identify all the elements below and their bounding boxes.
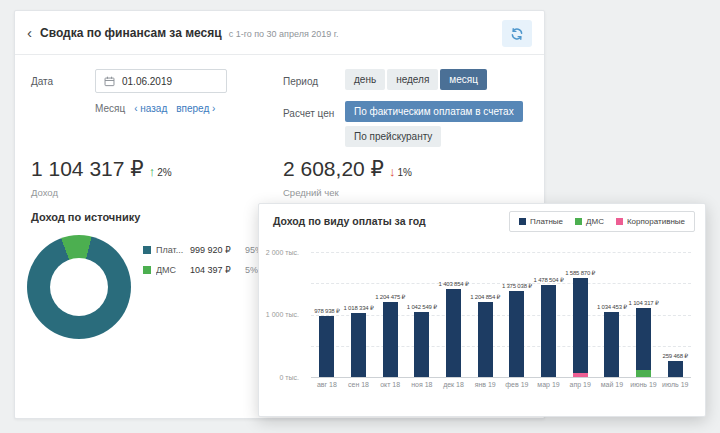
bar-value-label: 1 478 504 ₽ [534, 276, 564, 283]
bar-value-label: 1 403 854 ₽ [439, 280, 469, 287]
back-icon[interactable]: ‹ [27, 25, 32, 40]
x-axis-label: мар 19 [533, 381, 565, 388]
income-stat: 1 104 317 ₽ ↑ 2% Доход [31, 157, 172, 198]
bar-column[interactable]: 1 042 549 ₽ [406, 252, 438, 377]
x-axis-labels: авг 18сен 18окт 18ноя 18дек 18янв 19фев … [311, 381, 691, 388]
corporate-swatch-icon [616, 218, 623, 225]
bar-segment-paid [446, 289, 461, 377]
donut-chart[interactable] [27, 235, 131, 339]
bar-segment-paid [509, 291, 524, 377]
y-tick-label: 0 тыс. [279, 374, 299, 381]
bar-value-label: 1 034 453 ₽ [597, 303, 627, 310]
bar-segment-paid [383, 302, 398, 377]
bar-segment-paid [668, 361, 683, 377]
x-axis-label: дек 18 [438, 381, 470, 388]
bar-segment-paid [351, 313, 366, 377]
x-axis-label: авг 18 [311, 381, 343, 388]
paid-swatch-icon [519, 218, 526, 225]
legend-label: ДМС [156, 265, 190, 275]
bar-segment-corp [573, 373, 588, 377]
legend-item-dms[interactable]: ДМС [575, 217, 604, 226]
pricing-pricelist-button[interactable]: По прейскуранту [345, 126, 441, 147]
x-axis-label: фев 19 [501, 381, 533, 388]
card-header: ‹ Сводка по финансам за месяц с 1-го по … [15, 11, 544, 55]
bar-segment-paid [573, 278, 588, 373]
period-label: Период [283, 76, 318, 87]
month-forward-link[interactable]: вперед › [176, 103, 215, 114]
donut-hole [50, 258, 108, 316]
bar-plot: 978 938 ₽1 018 334 ₽1 204 475 ₽1 042 549… [311, 252, 691, 378]
period-week-button[interactable]: неделя [387, 69, 438, 90]
avg-check-stat: 2 608,20 ₽ ↓ 1% Средний чек [283, 157, 412, 198]
legend-value: 999 920 ₽ [190, 245, 245, 255]
dms-swatch-icon [143, 266, 151, 274]
bar-column[interactable]: 1 104 317 ₽ [628, 252, 660, 377]
x-axis-label: сен 18 [343, 381, 375, 388]
bar-value-label: 1 104 317 ₽ [629, 299, 659, 306]
x-axis-label: июль 19 [659, 381, 691, 388]
bar-value-label: 1 018 334 ₽ [344, 304, 374, 311]
bar-column[interactable]: 1 034 453 ₽ [596, 252, 628, 377]
bar-column[interactable]: 259 468 ₽ [659, 252, 691, 377]
income-value: 1 104 317 ₽ [31, 157, 144, 181]
calendar-icon [104, 76, 115, 87]
legend-item-label: Корпоративные [627, 217, 685, 226]
legend-item-label: Платные [530, 217, 563, 226]
period-toggle-group: день неделя месяц [345, 69, 487, 90]
bar-column[interactable]: 1 403 854 ₽ [438, 252, 470, 377]
yearly-chart-legend: Платные ДМС Корпоративные [509, 211, 695, 232]
avg-check-stat-label: Средний чек [283, 187, 412, 198]
y-axis-labels: 2 000 тыс. 1 000 тыс. 0 тыс. [259, 252, 305, 378]
page-subtitle: с 1-го по 30 апреля 2019 г. [229, 29, 339, 39]
bar-segment-paid [414, 312, 429, 377]
bar-segment-paid [604, 312, 619, 377]
bar-segment-paid [636, 308, 651, 370]
period-month-button[interactable]: месяц [440, 69, 487, 90]
legend-item-paid[interactable]: Платные [519, 217, 563, 226]
bar-column[interactable]: 1 018 334 ₽ [343, 252, 375, 377]
x-axis-label: окт 18 [374, 381, 406, 388]
period-day-button[interactable]: день [345, 69, 385, 90]
bar-column[interactable]: 1 478 504 ₽ [533, 252, 565, 377]
y-tick-label: 2 000 тыс. [266, 249, 299, 256]
bar-value-label: 259 468 ₽ [663, 352, 688, 359]
x-axis-label: май 19 [596, 381, 628, 388]
paid-swatch-icon [143, 246, 151, 254]
bar-segment-paid [319, 316, 334, 377]
month-nav-label: Месяц [95, 103, 125, 114]
income-by-source-title: Доход по источнику [31, 211, 140, 223]
legend-item-corporate[interactable]: Корпоративные [616, 217, 685, 226]
pricing-actual-payments-button[interactable]: По фактическим оплатам в счетах [345, 101, 523, 122]
legend-item-label: ДМС [586, 217, 604, 226]
income-change: 2% [157, 167, 171, 178]
avg-check-down-arrow-icon: ↓ [389, 164, 396, 179]
legend-label: Плат... [156, 245, 190, 255]
bar-column[interactable]: 1 585 870 ₽ [564, 252, 596, 377]
bar-column[interactable]: 978 938 ₽ [311, 252, 343, 377]
bar-value-label: 1 585 870 ₽ [565, 269, 595, 276]
bar-column[interactable]: 1 204 854 ₽ [469, 252, 501, 377]
bar-column[interactable]: 1 204 475 ₽ [374, 252, 406, 377]
bar-value-label: 1 204 854 ₽ [470, 293, 500, 300]
legend-value: 104 397 ₽ [190, 265, 245, 275]
bar-column[interactable]: 1 375 038 ₽ [501, 252, 533, 377]
yearly-chart-title: Доход по виду оплаты за год [273, 215, 426, 227]
x-axis-label: ноя 18 [406, 381, 438, 388]
x-axis-label: янв 19 [469, 381, 501, 388]
refresh-button[interactable] [502, 20, 532, 47]
dms-swatch-icon [575, 218, 582, 225]
yearly-income-card: Доход по виду оплаты за год Платные ДМС … [258, 203, 706, 417]
avg-check-change: 1% [397, 167, 411, 178]
y-tick-label: 1 000 тыс. [266, 311, 299, 318]
bar-segment-dms [636, 370, 651, 377]
bar-value-label: 1 042 549 ₽ [407, 303, 437, 310]
bar-segment-paid [478, 302, 493, 377]
month-back-link[interactable]: ‹ назад [134, 103, 167, 114]
pricing-label: Расчет цен [283, 108, 334, 119]
date-input[interactable]: 01.06.2019 [95, 69, 227, 93]
pricing-toggle-group: По фактическим оплатам в счетах По прейс… [345, 101, 523, 147]
bar-value-label: 1 204 475 ₽ [375, 293, 405, 300]
date-value: 01.06.2019 [122, 76, 172, 87]
page-title: Сводка по финансам за месяц [40, 26, 222, 40]
date-label: Дата [31, 76, 53, 87]
